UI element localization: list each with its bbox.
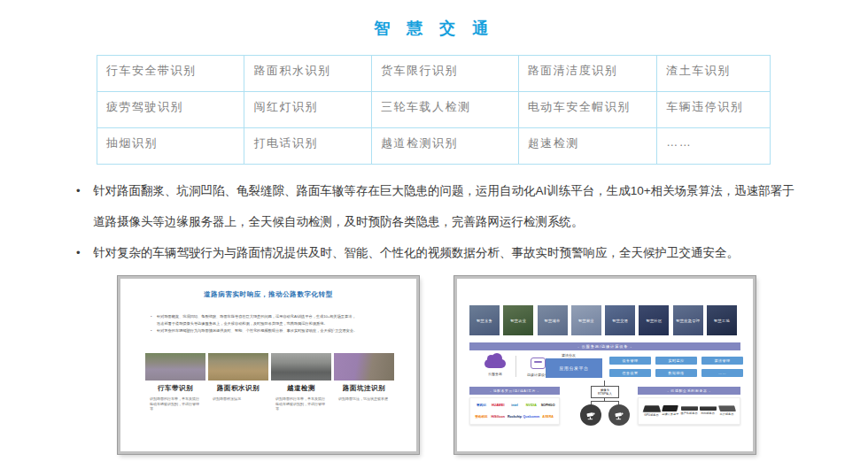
server-devices-box: GPU服务器 边缘计算盒子 国产化服务器 mini服务器 工控服务器 (638, 397, 740, 425)
cloud-label: 云服务器 (480, 372, 510, 376)
chip-logo: intel (511, 404, 517, 407)
function-pill: 数据回传 (655, 369, 697, 377)
function-pill: 算法管理 (701, 357, 743, 365)
cctv-camera-icon (608, 404, 630, 426)
capability-cell: 三轮车载人检测 (372, 92, 519, 128)
capability-cell: …… (657, 128, 771, 165)
bullet-text: 针对复杂的车辆驾驶行为与路面情况提供及时、智能、个性化的视频数据分析、事故实时预… (93, 246, 739, 259)
server-device-image (662, 405, 678, 411)
bullet-dot: • (151, 327, 157, 334)
smart-traffic-slide: { "page": { "title": "智 慧 交 通" }, "color… (0, 0, 868, 469)
photo-label: 路面积水识别 (208, 384, 268, 393)
scene-thumbnail: 智慧林业 (571, 305, 601, 335)
photo-labels-row: 行车带识别 路面积水识别 越道检测 路面坑洼识别 (145, 384, 394, 393)
function-pill: 任务设置 (609, 369, 651, 377)
scene-thumbnail: 智慧社区 (639, 305, 669, 335)
chip-logo: AXERA (542, 415, 554, 419)
servers-banner: - 已适配全系列服务器 - (638, 387, 740, 395)
function-pill: …… (701, 369, 743, 377)
cloud-server-item: 云服务器 (480, 354, 510, 376)
cloud-icon (484, 359, 506, 368)
capability-cell: 行车安全带识别 (97, 56, 244, 92)
road-disease-slide-image: 道路病害实时响应，推动公路数字化转型 •针对路面翻浆、坑洞凹陷、龟裂缝隙、路面车… (118, 276, 419, 454)
pothole-photo (334, 353, 394, 381)
chip-logo: Rockchip (508, 415, 522, 419)
chip-logo: HiSilicon (492, 415, 505, 419)
function-pill: 设备管理 (609, 357, 651, 365)
chip-logo: HUAWEI (492, 404, 504, 407)
photo-desc: 识别路面坑洼，坑洼状态被掌握 (334, 396, 394, 411)
water-accumulation-photo (208, 353, 268, 381)
lane-crossing-photo (271, 353, 331, 381)
photo-desc: 识别路面的行车带，单车及骑行电动车辆被识别到，并进行管理等 (271, 396, 331, 411)
server-device-image (681, 406, 698, 411)
server-device: 边缘计算盒子 (661, 405, 679, 417)
bullet-dot: • (76, 175, 93, 206)
bullet-line: 道路摄像头等边缘服务器上，全天候自动检测，及时预防各类隐患，完善路网运行检测系统… (76, 206, 838, 237)
capability-cell: 超速检测 (518, 128, 657, 165)
capability-cell: 渣土车识别 (657, 56, 771, 92)
server-device: 国产化服务器 (680, 406, 699, 416)
capability-cell: 货车限行识别 (372, 56, 519, 92)
table-row: 行车安全带识别 路面积水识别 货车限行识别 路面清洁度识别 渣土车识别 (97, 56, 771, 92)
capability-cell: 车辆违停识别 (657, 92, 771, 128)
divider (515, 356, 516, 377)
server-device-image (642, 405, 661, 411)
mini-bullet-line: •针对路面翻浆、坑洞凹陷、龟裂缝隙、路面车辙等存在巨大隐患的问题，运用自动化AI… (151, 313, 390, 320)
scene-thumbnail: 智慧水务 (469, 305, 500, 335)
photo-desc: 识别路面积水情况 (208, 396, 268, 411)
platform-architecture-image: 智慧水务 智慧农业 智慧城市 智慧林业 智慧交通 智慧社区 智慧应急管理 智慧工… (454, 276, 756, 454)
capability-cell: 路面清洁度识别 (518, 56, 657, 92)
bullet-dot: • (76, 237, 93, 268)
table-row: 疲劳驾驶识别 闯红灯识别 三轮车载人检测 电动车安全帽识别 车辆违停识别 (97, 92, 771, 128)
photo-label: 越道检测 (271, 384, 331, 393)
function-pills: 设备管理 实时监控 算法管理 任务设置 数据回传 …… (609, 357, 743, 377)
dispatch-label: 算法分发 (562, 353, 576, 358)
connector-line (591, 401, 618, 402)
server-device: GPU服务器 (642, 404, 661, 418)
server-device-image (700, 406, 717, 411)
capability-table: 行车安全带识别 路面积水识别 货车限行识别 路面清洁度识别 渣土车识别 疲劳驾驶… (97, 55, 771, 165)
capability-cell: 闯红灯识别 (244, 92, 372, 128)
mini-bullet-line: •针对复杂的车辆驾驶行为与路面情况提供及时、智能、个性化的视频数据分析、事故实时… (151, 327, 390, 334)
chip-logo: NVIDIA (526, 404, 537, 407)
scene-thumbnails-row: 智慧水务 智慧农业 智慧城市 智慧林业 智慧交通 智慧社区 智慧应急管理 智慧工… (469, 305, 737, 335)
table-row: 抽烟识别 打电话识别 越道检测识别 超速检测 …… (97, 128, 771, 165)
video-input-box: 摄像头 RTSP输入 (591, 386, 619, 398)
mini-bullet-line: 迅速部署于道路摄像头等边缘服务器上，全天候自动检测，及时预防各类隐患，完善路网运… (151, 320, 390, 327)
scene-thumbnail: 智慧交通 (605, 305, 635, 335)
scene-thumbnail: 智慧工地 (707, 305, 737, 335)
ai-chips-banner: - 适配各类云/边/端AI芯片 - (469, 387, 560, 395)
app-distribution-platform-box: 应用分发平台 (546, 358, 602, 378)
chip-logo: 登临科技 (475, 415, 487, 419)
mini-slide-title: 道路病害实时响应，推动公路数字化转型 (120, 290, 416, 299)
road-photos-row (145, 353, 394, 381)
platform-row: 云服务器 边缘计算设备 算法分发 应用分发平台 设备管理 实时监控 算法管理 任… (469, 352, 740, 381)
bullet-text: 针对路面翻浆、坑洞凹陷、龟裂缝隙、路面车辙等存在巨大隐患的问题，运用自动化AI训… (93, 184, 794, 197)
scene-thumbnail: 智慧农业 (503, 305, 533, 335)
capability-cell: 抽烟识别 (97, 128, 244, 165)
page-title: 智 慧 交 通 (0, 18, 868, 39)
cctv-camera-icon (580, 404, 601, 426)
server-device: mini服务器 (699, 406, 717, 415)
bullet-text: 道路摄像头等边缘服务器上，全天候自动检测，及时预防各类隐患，完善路网运行检测系统… (93, 215, 584, 228)
server-device: 工控服务器 (717, 405, 736, 417)
capability-cell: 越道检测识别 (372, 128, 519, 165)
chip-logo: 寒武纪 (477, 404, 486, 407)
server-device-image (717, 405, 735, 411)
photo-label: 行车带识别 (145, 384, 205, 393)
chip-logos-box: 寒武纪 HUAWEI intel NVIDIA SOPHGO 登临科技 HiSi… (469, 397, 560, 425)
description-bullets: •针对路面翻浆、坑洞凹陷、龟裂缝隙、路面车辙等存在巨大隐患的问题，运用自动化AI… (76, 175, 838, 268)
photo-desc: 识别路面的行车带，单车及骑行电动车辆被识别到，并进行管理等 (145, 396, 205, 411)
photo-descs-row: 识别路面的行车带，单车及骑行电动车辆被识别到，并进行管理等 识别路面积水情况 识… (145, 396, 394, 411)
function-pill: 实时监控 (655, 357, 697, 365)
lane-detection-photo (145, 353, 205, 381)
chip-logo: SOPHGO (541, 404, 555, 407)
cloud-edge-banner: - 云服务器/边缘计算设备 - (469, 342, 740, 350)
photo-label: 路面坑洼识别 (334, 384, 394, 393)
scene-thumbnail: 智慧城市 (538, 305, 568, 335)
mini-slide-bullets: •针对路面翻浆、坑洞凹陷、龟裂缝隙、路面车辙等存在巨大隐患的问题，运用自动化AI… (151, 313, 390, 334)
capability-cell: 电动车安全帽识别 (518, 92, 657, 128)
capability-cell: 疲劳驾驶识别 (97, 92, 244, 128)
bullet-dot: • (151, 313, 157, 320)
